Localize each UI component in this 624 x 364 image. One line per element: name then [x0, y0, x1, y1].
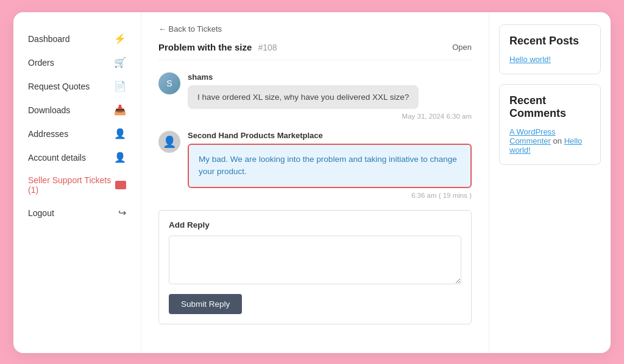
- sidebar-item-account-details[interactable]: Account details 👤: [13, 145, 141, 169]
- orders-icon: 🛒: [114, 57, 126, 68]
- account-icon: 👤: [114, 152, 126, 163]
- user-avatar: S: [158, 72, 180, 94]
- commenter-link[interactable]: A WordPress Commenter: [509, 127, 556, 145]
- back-to-tickets-link[interactable]: ← Back to Tickets: [158, 24, 472, 33]
- message-bubble: I have ordered XL size, why have you del…: [188, 85, 419, 109]
- logout-icon: ↪: [118, 207, 126, 219]
- seller-message-block: 👤 Second Hand Products Marketplace My ba…: [158, 131, 472, 199]
- addresses-icon: 👤: [114, 128, 126, 139]
- recent-comment-item: A WordPress Commenter on Hello world!: [509, 127, 590, 155]
- recent-post-item: Hello world!: [509, 55, 590, 64]
- sidebar-item-orders[interactable]: Orders 🛒: [13, 51, 141, 74]
- sidebar-item-seller-support[interactable]: Seller Support Tickets (1): [13, 169, 141, 201]
- reply-label: Add Reply: [169, 220, 461, 229]
- sidebar-item-addresses[interactable]: Addresses 👤: [13, 122, 141, 145]
- seller-bubble: My bad. We are looking into the problem …: [188, 144, 472, 188]
- submit-reply-button[interactable]: Submit Reply: [169, 294, 242, 314]
- sidebar-item-logout[interactable]: Logout ↪: [13, 201, 141, 225]
- ticket-id: #108: [258, 43, 277, 52]
- message-time: May 31, 2024 6:30 am: [188, 113, 472, 120]
- ticket-status: Open: [452, 43, 472, 52]
- seller-avatar: 👤: [158, 131, 180, 153]
- main-card: Dashboard ⚡ Orders 🛒 Request Quotes 📄 Do…: [13, 12, 611, 353]
- recent-comments-widget: Recent Comments A WordPress Commenter on…: [499, 84, 601, 165]
- seller-message-content: Second Hand Products Marketplace My bad.…: [188, 131, 472, 199]
- user-message-block: S shams I have ordered XL size, why have…: [158, 72, 472, 120]
- quotes-icon: 📄: [114, 80, 126, 92]
- dashboard-icon: ⚡: [114, 33, 126, 44]
- seller-support-icon: [115, 181, 126, 189]
- reply-textarea[interactable]: [169, 236, 461, 284]
- main-content: ← Back to Tickets Problem with the size …: [141, 12, 489, 353]
- recent-posts-widget: Recent Posts Hello world!: [499, 24, 601, 74]
- reply-form: Add Reply Submit Reply: [158, 210, 472, 324]
- recent-comments-title: Recent Comments: [509, 94, 590, 120]
- sidebar: Dashboard ⚡ Orders 🛒 Request Quotes 📄 Do…: [13, 12, 141, 353]
- seller-author: Second Hand Products Marketplace: [188, 131, 472, 140]
- ticket-title: Problem with the size: [158, 42, 252, 52]
- sidebar-item-downloads[interactable]: Downloads 📥: [13, 98, 141, 122]
- downloads-icon: 📥: [114, 104, 126, 116]
- sidebar-item-dashboard[interactable]: Dashboard ⚡: [13, 27, 141, 51]
- recent-post-link[interactable]: Hello world!: [509, 55, 551, 64]
- seller-time: 6:36 am ( 19 mins ): [188, 192, 472, 199]
- right-sidebar: Recent Posts Hello world! Recent Comment…: [489, 12, 611, 353]
- comment-on: on: [553, 136, 562, 145]
- sidebar-item-request-quotes[interactable]: Request Quotes 📄: [13, 74, 141, 98]
- recent-posts-title: Recent Posts: [509, 35, 590, 47]
- ticket-header: Problem with the size #108 Open: [158, 42, 472, 60]
- user-message-content: shams I have ordered XL size, why have y…: [188, 72, 472, 120]
- message-author: shams: [188, 72, 472, 82]
